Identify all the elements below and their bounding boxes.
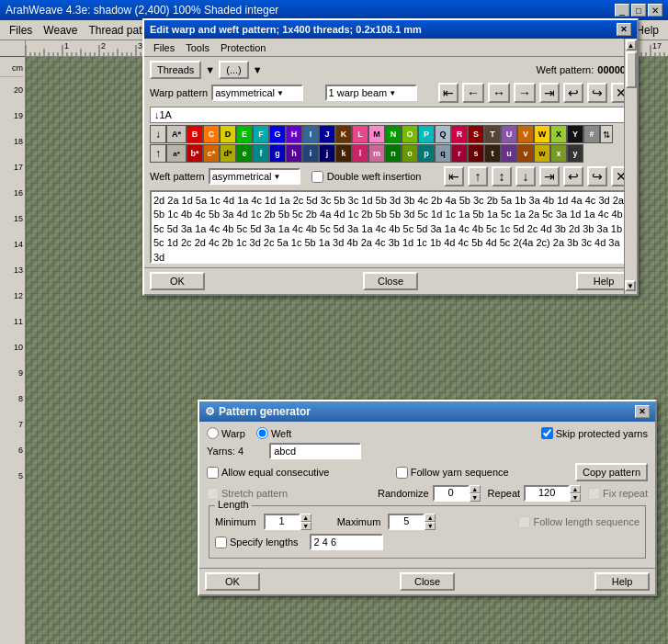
weft-nav-6[interactable]: ↩ (563, 166, 583, 186)
warp-radio[interactable] (207, 427, 219, 439)
color-l-lower[interactable]: l (352, 144, 368, 163)
color-g-upper[interactable]: G (269, 125, 286, 143)
color-x-upper[interactable]: X (550, 125, 567, 143)
color-n-upper[interactable]: N (385, 125, 402, 143)
color-i-upper[interactable]: I (302, 125, 319, 143)
color-w-upper[interactable]: W (534, 125, 550, 143)
threads-button[interactable]: Threads (150, 61, 201, 79)
copy-pattern-btn[interactable]: Copy pattern (575, 463, 648, 481)
color-a-lower[interactable]: a* (166, 144, 187, 163)
color-f-lower[interactable]: f (253, 144, 269, 163)
color-b-upper[interactable]: B (187, 125, 203, 143)
yarns-input[interactable]: abcd (269, 443, 361, 459)
weft-nav-4[interactable]: ↓ (515, 166, 536, 186)
repeat-spin[interactable]: 120 ▲ ▼ (524, 485, 581, 502)
color-k-lower[interactable]: k (335, 144, 352, 163)
color-t-lower[interactable]: t (484, 144, 501, 163)
color-a-upper[interactable]: A* (166, 125, 187, 143)
color-v-upper[interactable]: V (517, 125, 534, 143)
color-e-lower[interactable]: e (236, 144, 253, 163)
edit-menu-files[interactable]: Files (148, 41, 180, 54)
warp-pattern-select[interactable]: asymmetrical ▼ (211, 85, 303, 101)
specify-lengths-wrap[interactable]: Specify lengths (215, 537, 299, 548)
fix-repeat-wrap[interactable]: Fix repeat (588, 488, 648, 500)
weft-nav-2[interactable]: ↑ (468, 166, 488, 186)
maximize-button[interactable]: □ (631, 4, 646, 17)
pg-close-btn-bottom[interactable]: Close (400, 572, 455, 591)
randomize-up[interactable]: ▲ (470, 485, 481, 493)
allow-equal-check[interactable] (207, 467, 219, 479)
edit-menu-protection[interactable]: Protection (215, 41, 272, 54)
specify-lengths-check[interactable] (215, 537, 227, 548)
nav-swap-btn[interactable]: ↔ (488, 83, 510, 103)
allow-equal-wrap[interactable]: Allow equal consecutive (207, 467, 329, 479)
follow-length-wrap[interactable]: Follow length sequence (518, 516, 640, 528)
edit-close-btn[interactable]: Close (363, 272, 418, 290)
double-weft-check[interactable] (311, 171, 323, 183)
color-o-lower[interactable]: o (402, 144, 418, 163)
color-j-upper[interactable]: J (319, 125, 335, 143)
max-input[interactable]: 5 (388, 514, 425, 530)
pg-close-btn[interactable]: ✕ (635, 405, 650, 418)
warp-radio-wrap[interactable]: Warp (207, 427, 245, 439)
color-y-upper[interactable]: Y (567, 125, 583, 143)
max-up[interactable]: ▲ (425, 514, 436, 522)
color-o-upper[interactable]: O (402, 125, 418, 143)
menu-weave[interactable]: Weave (38, 22, 83, 39)
color-d-lower[interactable]: d* (220, 144, 236, 163)
repeat-input[interactable]: 120 (524, 485, 570, 502)
color-n-lower[interactable]: n (385, 144, 402, 163)
warp-beam-select[interactable]: 1 warp beam ▼ (325, 85, 417, 101)
weft-nav-7[interactable]: ↪ (587, 166, 607, 186)
menu-files[interactable]: Files (4, 22, 38, 39)
color-k-upper[interactable]: K (335, 125, 352, 143)
min-down[interactable]: ▼ (300, 522, 311, 530)
stretch-wrap[interactable]: Stretch pattern (207, 488, 288, 500)
randomize-input[interactable]: 0 (433, 485, 470, 502)
skip-protected-wrap[interactable]: Skip protected yarns (541, 427, 648, 439)
nav-next-btn[interactable]: → (514, 83, 536, 103)
color-x-lower[interactable]: x (550, 144, 567, 163)
color-s-lower[interactable]: s (468, 144, 484, 163)
color-p-upper[interactable]: P (418, 125, 435, 143)
color-g-lower[interactable]: g (269, 144, 286, 163)
max-spin[interactable]: 5 ▲ ▼ (388, 514, 436, 530)
color-h-lower[interactable]: h (286, 144, 302, 163)
min-up[interactable]: ▲ (300, 514, 311, 522)
color-m-lower[interactable]: m (368, 144, 385, 163)
edit-ok-btn[interactable]: OK (150, 272, 205, 290)
color-d-upper[interactable]: D (220, 125, 236, 143)
weft-nav-5[interactable]: ⇥ (539, 166, 560, 186)
down-arrow-btn[interactable]: ↓ (150, 125, 166, 143)
nav-prev-btn[interactable]: ← (462, 83, 484, 103)
edit-dialog-close[interactable]: ✕ (617, 23, 631, 36)
color-u-lower[interactable]: u (501, 144, 517, 163)
pattern-text-area[interactable]: 2d 2a 1d 5a 1c 4d 1a 4c 1d 1a 2c 5d 3c 5… (150, 190, 631, 264)
color-c-upper[interactable]: C (203, 125, 220, 143)
pg-help-btn[interactable]: Help (594, 572, 650, 591)
color-f-upper[interactable]: F (253, 125, 269, 143)
color-p-lower[interactable]: p (418, 144, 435, 163)
skip-protected-check[interactable] (541, 427, 553, 439)
repeat-up[interactable]: ▲ (570, 485, 581, 493)
randomize-down[interactable]: ▼ (470, 493, 481, 502)
color-r-lower[interactable]: r (451, 144, 468, 163)
edit-help-btn[interactable]: Help (576, 272, 631, 290)
nav-first-btn[interactable]: ⇤ (438, 83, 459, 103)
min-spin[interactable]: 1 ▲ ▼ (264, 514, 311, 530)
follow-yarn-wrap[interactable]: Follow yarn sequence (396, 467, 509, 479)
color-v-lower[interactable]: v (517, 144, 534, 163)
color-w-lower[interactable]: w (534, 144, 550, 163)
repeat-down[interactable]: ▼ (570, 493, 581, 502)
specify-lengths-input[interactable]: 2 4 6 (310, 534, 383, 550)
color-e-upper[interactable]: E (236, 125, 253, 143)
nav-redo-btn[interactable]: ↪ (587, 83, 607, 103)
nav-undo-btn[interactable]: ↩ (563, 83, 583, 103)
up-arrow-btn[interactable]: ↑ (150, 144, 166, 163)
scroll-thumb[interactable] (626, 51, 637, 88)
edit-menu-tools[interactable]: Tools (180, 41, 215, 54)
color-i-lower[interactable]: i (302, 144, 319, 163)
color-hash-upper[interactable]: # (583, 125, 600, 143)
max-down[interactable]: ▼ (425, 522, 436, 530)
minimize-button[interactable]: _ (615, 4, 629, 17)
